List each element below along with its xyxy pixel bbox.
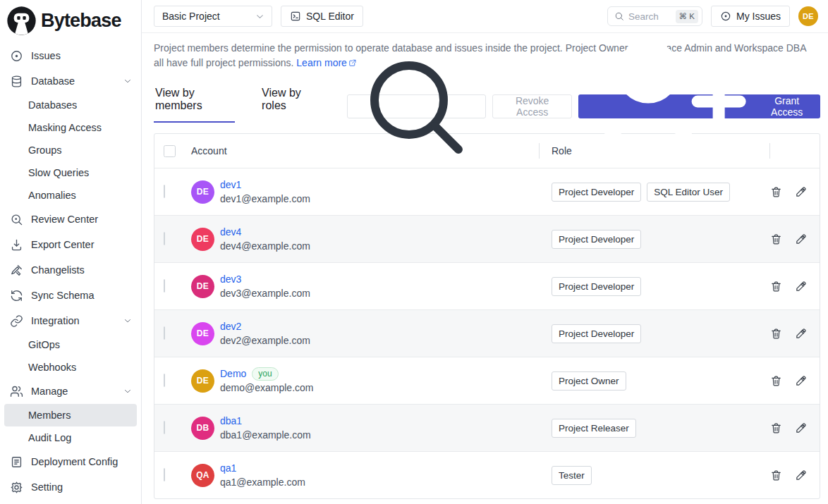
user-avatar[interactable]: DE [798,6,818,26]
delete-member-button[interactable] [770,186,782,198]
sidebar-item-database[interactable]: Database [0,68,141,94]
member-name-link[interactable]: qa1 [220,461,236,475]
sidebar-item-deployment-config[interactable]: Deployment Config [0,449,141,474]
avatar: DE [191,275,214,298]
role-badge: Project Owner [552,371,626,391]
delete-member-button[interactable] [770,328,782,340]
brand-logo[interactable]: Bytebase [0,0,141,39]
avatar: DE [191,180,214,204]
sidebar-item-integration[interactable]: Integration [0,308,141,333]
sidebar-item-label: Groups [28,145,62,156]
delete-member-button[interactable] [770,233,782,245]
edit-member-button[interactable] [795,328,807,340]
delete-member-button[interactable] [770,375,782,387]
sql-editor-label: SQL Editor [306,11,354,22]
project-select[interactable]: Basic Project [154,6,272,27]
sidebar-item-export-center[interactable]: Export Center [0,232,141,257]
row-checkbox[interactable] [164,232,165,245]
user-plus-icon [588,33,757,192]
role-badge: Project Releaser [552,419,636,438]
setting-icon [10,481,23,494]
sidebar-item-manage[interactable]: Manage [0,379,141,404]
member-search[interactable] [347,94,486,118]
member-name-link[interactable]: dev2 [220,319,241,333]
member-email: dev3@example.com [220,286,310,300]
tabs-row: View by members View by roles Revoke Acc… [154,80,820,123]
terminal-icon [290,11,301,22]
actions-cell [769,375,820,387]
learn-more-link[interactable]: Learn more [296,57,357,68]
actions-cell [769,469,820,481]
sidebar-item-gitops[interactable]: GitOps [0,333,141,356]
delete-member-button[interactable] [770,422,782,434]
sidebar-item-changelists[interactable]: Changelists [0,257,141,283]
sql-editor-button[interactable]: SQL Editor [281,6,363,27]
sidebar-item-masking-access[interactable]: Masking Access [0,116,141,139]
sidebar-item-anomalies[interactable]: Anomalies [0,184,141,207]
sidebar-item-label: Setting [31,481,63,493]
my-issues-button[interactable]: My Issues [711,6,790,27]
sidebar-item-review-center[interactable]: Review Center [0,207,141,232]
sidebar-item-label: Audit Log [28,432,71,443]
brand-name: Bytebase [41,10,121,32]
row-checkbox[interactable] [164,421,165,434]
sidebar-item-slow-queries[interactable]: Slow Queries [0,161,141,184]
row-checkbox[interactable] [164,185,165,198]
sidebar-item-webhooks[interactable]: Webhooks [0,356,141,379]
avatar: DE [191,228,214,251]
search-icon [614,11,624,21]
edit-member-button[interactable] [795,281,807,293]
row-checkbox[interactable] [164,279,165,293]
member-name-link[interactable]: dev1 [220,178,241,192]
sidebar-item-setting[interactable]: Setting [0,474,141,500]
sidebar-item-audit-log[interactable]: Audit Log [0,426,141,449]
member-name-link[interactable]: dba1 [220,414,242,428]
member-name-link[interactable]: Demo [220,367,246,381]
sidebar-item-sync-schema[interactable]: Sync Schema [0,283,141,308]
sidebar-item-label: Issues [31,50,61,61]
chevron-down-icon [255,11,265,22]
member-name-link[interactable]: dev4 [220,225,241,239]
tab-view-by-members[interactable]: View by members [154,80,235,123]
members-page: Project members determine the permission… [142,33,828,504]
select-all-checkbox[interactable] [164,145,176,157]
sidebar-item-databases[interactable]: Databases [0,94,141,116]
member-name-link[interactable]: dev3 [220,272,241,286]
actions-cell [769,233,820,245]
edit-member-button[interactable] [795,186,807,198]
member-email: demo@example.com [220,381,314,395]
revoke-access-button[interactable]: Revoke Access [492,94,572,118]
actions-cell [769,281,820,293]
global-search-input[interactable] [628,11,671,22]
issues-icon [10,49,23,63]
sidebar-item-label: Anomalies [28,190,76,201]
sidebar-item-label: Review Center [31,214,98,225]
sidebar-item-issues[interactable]: Issues [0,43,141,68]
row-checkbox[interactable] [164,374,165,387]
edit-member-button[interactable] [795,469,807,481]
sidebar-nav: IssuesDatabaseDatabasesMasking AccessGro… [0,39,141,504]
sidebar-item-label: Export Center [31,239,94,250]
edit-member-button[interactable] [795,422,807,434]
account-text: dev1 dev1@example.com [220,178,310,206]
delete-member-button[interactable] [770,469,782,481]
row-checkbox[interactable] [164,468,165,481]
global-search[interactable]: ⌘ K [607,6,702,26]
sidebar-item-groups[interactable]: Groups [0,139,141,161]
sidebar-item-label: GitOps [28,339,60,350]
sidebar-item-members[interactable]: Members [4,404,137,426]
edit-member-button[interactable] [795,375,807,387]
sidebar-item-label: Webhooks [28,362,76,373]
role-cell: Project DeveloperSQL Editor User [539,183,769,202]
delete-member-button[interactable] [770,281,782,293]
edit-member-button[interactable] [795,233,807,245]
review-icon [10,213,23,226]
account-text: dev3 dev3@example.com [220,272,310,300]
row-checkbox[interactable] [164,326,165,340]
members-toolbar: Revoke Access Grant Access [347,94,820,123]
grant-access-button[interactable]: Grant Access [578,94,820,118]
my-issues-label: My Issues [736,11,781,22]
tab-view-by-roles[interactable]: View by roles [260,80,322,123]
integration-icon [10,314,23,328]
role-badge: SQL Editor User [647,183,730,202]
